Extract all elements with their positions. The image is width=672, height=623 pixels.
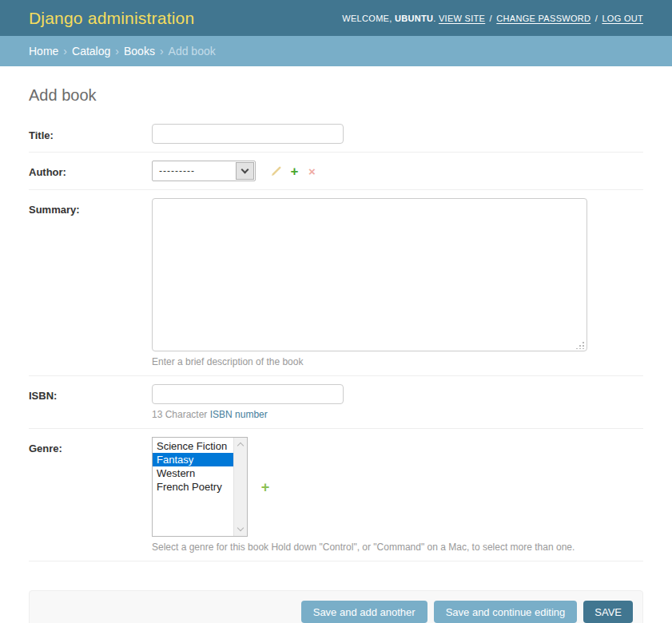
summary-help-text: Enter a brief description of the book <box>152 356 643 367</box>
form-row-author: Author: --------- + × <box>29 153 643 190</box>
breadcrumb-books-link[interactable]: Books <box>124 45 155 58</box>
x-icon[interactable]: × <box>304 163 320 179</box>
genre-option-french-poetry[interactable]: French Poetry <box>153 480 233 494</box>
resize-grip-icon[interactable] <box>575 339 585 349</box>
genre-help-text: Select a genre for this book Hold down "… <box>152 542 643 553</box>
isbn-input[interactable] <box>152 384 344 404</box>
genre-option-science-fiction[interactable]: Science Fiction <box>153 439 233 453</box>
view-site-link[interactable]: VIEW SITE <box>439 14 485 23</box>
summary-label: Summary: <box>29 204 80 216</box>
save-and-continue-editing-button[interactable]: Save and continue editing <box>434 601 578 623</box>
content: Add book Title: Author: --------- <box>0 86 672 574</box>
author-select-value: --------- <box>153 161 235 181</box>
author-related-actions: + × <box>268 161 321 181</box>
admin-header: Django administration WELCOME, UBUNTU. V… <box>0 0 672 36</box>
genre-multiselect[interactable]: Science Fiction Fantasy Western French P… <box>152 437 248 537</box>
breadcrumb-home-link[interactable]: Home <box>29 45 58 58</box>
user-tools: WELCOME, UBUNTU. VIEW SITE / CHANGE PASS… <box>342 14 643 23</box>
save-and-add-another-button[interactable]: Save and add another <box>301 601 427 623</box>
chevron-down-icon[interactable] <box>236 162 254 180</box>
welcome-text: WELCOME, <box>342 14 392 23</box>
breadcrumb-separator: › <box>63 45 67 58</box>
isbn-label: ISBN: <box>29 390 57 402</box>
genre-label: Genre: <box>29 442 62 454</box>
page-title: Add book <box>29 86 643 105</box>
logout-link[interactable]: LOG OUT <box>602 14 643 23</box>
welcome-period: . <box>433 14 435 23</box>
genre-option-western[interactable]: Western <box>153 466 233 480</box>
isbn-help-text: 13 Character <box>152 409 210 420</box>
plus-icon[interactable]: + <box>257 479 273 495</box>
site-title-link[interactable]: Django administration <box>29 9 194 28</box>
breadcrumb-catalog-link[interactable]: Catalog <box>72 45 110 58</box>
scrollbar[interactable] <box>233 438 247 536</box>
add-book-form: Title: Author: --------- + <box>29 116 643 561</box>
scroll-up-icon[interactable] <box>237 442 244 449</box>
title-input[interactable] <box>152 124 344 144</box>
form-row-summary: Summary: Enter a brief description of th… <box>29 190 643 376</box>
pencil-icon[interactable] <box>268 163 284 179</box>
change-password-link[interactable]: CHANGE PASSWORD <box>496 14 590 23</box>
breadcrumb-current: Add book <box>169 45 216 58</box>
author-label: Author: <box>29 166 66 178</box>
save-button[interactable]: SAVE <box>583 601 633 623</box>
submit-row: Save and add another Save and continue e… <box>29 590 643 623</box>
username: UBUNTU <box>395 14 433 23</box>
title-label: Title: <box>29 129 54 141</box>
breadcrumb: Home › Catalog › Books › Add book <box>0 36 672 66</box>
summary-textarea[interactable] <box>152 198 587 351</box>
scroll-down-icon[interactable] <box>237 525 244 531</box>
form-row-genre: Genre: Science Fiction Fantasy Western F… <box>29 429 643 561</box>
breadcrumb-separator: › <box>115 45 119 58</box>
author-select[interactable]: --------- <box>152 161 256 181</box>
plus-icon[interactable]: + <box>286 163 302 179</box>
link-separator: / <box>595 14 598 23</box>
form-row-title: Title: <box>29 116 643 153</box>
link-separator: / <box>490 14 492 23</box>
genre-options: Science Fiction Fantasy Western French P… <box>153 438 233 536</box>
breadcrumb-separator: › <box>160 45 164 58</box>
genre-option-fantasy[interactable]: Fantasy <box>153 453 233 466</box>
form-row-isbn: ISBN: 13 Character ISBN number <box>29 376 643 429</box>
isbn-number-link[interactable]: ISBN number <box>210 409 268 420</box>
